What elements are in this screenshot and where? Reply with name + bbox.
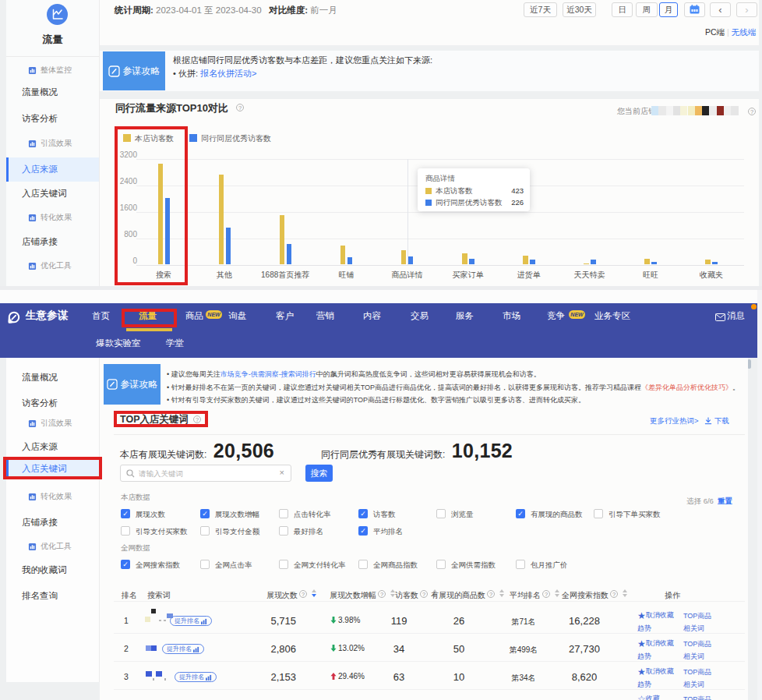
sidebar-item-入店关键词[interactable]: 入店关键词 (6, 183, 99, 203)
sidebar-item-引流效果[interactable]: 引流效果 (6, 133, 99, 154)
checkbox-label-引导支付金额[interactable]: 引导支付金额 (215, 527, 259, 537)
checkbox-label-全网商品指数[interactable]: 全网商品指数 (373, 560, 418, 571)
sidebar-item-入店来源[interactable]: 入店来源 (6, 157, 99, 182)
column-help-icon[interactable]: ? (378, 590, 386, 598)
sidebar-item-整体监控[interactable]: 整体监控 (6, 60, 99, 80)
sort-control[interactable] (555, 589, 560, 598)
column-header-访客数[interactable]: 访客数 (395, 590, 418, 601)
sidebar-item-我的收藏词[interactable]: 我的收藏词 (6, 560, 99, 580)
column-header-操作[interactable]: 操作 (665, 590, 680, 601)
checkbox-最好排名[interactable] (279, 526, 288, 536)
column-header-排名[interactable]: 排名 (122, 590, 137, 601)
bullet-link[interactable]: 市场竞争-供需洞察-搜索词排行 (220, 370, 316, 378)
column-help-icon[interactable]: ? (487, 590, 495, 598)
sidebar-item-访客分析[interactable]: 访客分析 (6, 393, 99, 413)
bar-同行同层优秀访客数-收藏夹[interactable] (712, 262, 718, 264)
checkbox-label-浏览量[interactable]: 浏览量 (451, 510, 474, 520)
column-help-icon[interactable]: ? (420, 590, 428, 598)
rank-boost-pill[interactable]: 提升排名 (175, 672, 217, 682)
checkbox-label-引导下单买家数[interactable]: 引导下单买家数 (609, 510, 661, 520)
checkbox-展现次数增幅[interactable]: ✓ (200, 509, 210, 518)
bar-本店访客数-商品详情[interactable] (401, 250, 407, 264)
nav-item-竞争[interactable]: 竞争 (547, 309, 565, 323)
legend-swatch[interactable] (189, 134, 197, 142)
bar-本店访客数-进货单[interactable] (523, 256, 528, 264)
bar-本店访客数-买家订单[interactable] (462, 253, 467, 264)
bar-同行同层优秀访客数-买家订单[interactable] (469, 259, 474, 264)
sidebar-item-排名查询[interactable]: 排名查询 (6, 585, 99, 606)
column-help-icon[interactable]: ? (299, 590, 307, 598)
sidebar-item-访客分析[interactable]: 访客分析 (6, 108, 99, 129)
prev-period-button[interactable]: ‹ (710, 2, 731, 17)
store-note-help-icon[interactable]: ? (748, 108, 756, 115)
sidebar-item-入店来源[interactable]: 入店来源 (6, 437, 99, 457)
checkbox-展现次数[interactable]: ✓ (121, 509, 130, 518)
checkbox-全网商品指数[interactable] (358, 560, 368, 569)
action-unfavorite[interactable]: ★取消收藏 (637, 638, 674, 649)
sidebar-item-转化效果[interactable]: 转化效果 (6, 486, 99, 507)
checkbox-平均排名[interactable]: ✓ (358, 526, 368, 536)
device-tab-wireless[interactable]: 无线端 (732, 27, 757, 37)
nav-item-爆款实验室[interactable]: 爆款实验室 (96, 336, 141, 350)
calendar-button[interactable] (684, 2, 705, 17)
next-period-button[interactable]: › (736, 2, 757, 17)
nav-item-业务专区[interactable]: 业务专区 (594, 309, 630, 323)
column-header-全网搜索指数[interactable]: 全网搜索指数 (562, 590, 609, 601)
nav-item-商品[interactable]: 商品 (185, 309, 203, 323)
device-tab-pc[interactable]: PC端 (705, 27, 725, 37)
checkbox-label-包月推广价[interactable]: 包月推广价 (531, 560, 568, 571)
bar-本店访客数-1688首页推荐[interactable] (280, 215, 285, 264)
checkbox-label-有展现的商品数[interactable]: 有展现的商品数 (531, 510, 583, 520)
nav-item-询盘[interactable]: 询盘 (228, 309, 246, 323)
action-top-products[interactable]: TOP商品 (683, 611, 711, 621)
bar-同行同层优秀访客数-进货单[interactable] (530, 260, 535, 264)
checkbox-label-展现次数增幅[interactable]: 展现次数增幅 (215, 510, 259, 520)
checkbox-全网供需指数[interactable] (436, 560, 446, 569)
sidebar-item-引流效果[interactable]: 引流效果 (6, 413, 99, 433)
checkbox-全网搜索指数[interactable]: ✓ (121, 560, 130, 569)
nav-item-营销[interactable]: 营销 (316, 309, 334, 323)
more-hot-words-link[interactable]: 更多行业热词> (650, 416, 699, 426)
checkbox-有展现的商品数[interactable]: ✓ (516, 509, 525, 518)
checkbox-点击转化率[interactable] (279, 509, 288, 518)
huopin-link[interactable]: 报名伙拼活动> (200, 69, 256, 78)
reset-link[interactable]: 重置 (718, 497, 732, 507)
column-header-展现次数增幅[interactable]: 展现次数增幅 (330, 590, 376, 601)
action-unfavorite[interactable]: ★取消收藏 (637, 666, 674, 677)
search-button[interactable]: 搜索 (305, 465, 333, 482)
checkbox-label-平均排名[interactable]: 平均排名 (373, 527, 403, 537)
checkbox-label-点击转化率[interactable]: 点击转化率 (294, 510, 331, 520)
column-header-有展现的商品数[interactable]: 有展现的商品数 (431, 590, 485, 601)
bar-本店访客数-天天特卖[interactable] (584, 263, 589, 264)
rank-boost-pill[interactable]: 提升排名 (170, 616, 212, 626)
bar-同行同层优秀访客数-商品详情[interactable] (408, 256, 414, 264)
messages-link[interactable]: 消息 (727, 310, 745, 322)
checkbox-label-全网支付转化率[interactable]: 全网支付转化率 (294, 560, 346, 571)
nav-item-市场[interactable]: 市场 (503, 309, 520, 323)
column-help-icon[interactable]: ? (610, 590, 618, 598)
checkbox-包月推广价[interactable] (516, 560, 525, 569)
bar-同行同层优秀访客数-1688首页推荐[interactable] (287, 244, 292, 264)
bar-同行同层优秀访客数-其他[interactable] (226, 228, 231, 264)
action-top-products[interactable]: TOP商品 (683, 639, 711, 649)
range-button-近7天[interactable]: 近7天 (524, 2, 557, 17)
checkbox-label-展现次数[interactable]: 展现次数 (136, 510, 165, 520)
sidebar-item-优化工具[interactable]: 优化工具 (6, 536, 99, 557)
action-top-products[interactable]: TOP商品 (683, 667, 711, 677)
sidebar-item-优化工具[interactable]: 优化工具 (6, 256, 99, 276)
checkbox-全网支付转化率[interactable] (279, 560, 288, 569)
checkbox-label-引导支付买家数[interactable]: 引导支付买家数 (136, 527, 188, 537)
checkbox-全网点击率[interactable] (200, 560, 210, 569)
scrollbar-track[interactable] (757, 290, 762, 700)
range-button-近30天[interactable]: 近30天 (563, 2, 596, 17)
clear-icon[interactable]: × (280, 468, 284, 477)
column-help-icon[interactable]: ? (542, 590, 550, 598)
bar-同行同层优秀访客数-天天特卖[interactable] (591, 260, 596, 264)
keyword-search-input[interactable]: 请输入关键词 × (120, 465, 291, 482)
checkbox-引导支付买家数[interactable] (121, 526, 130, 536)
bar-本店访客数-收藏夹[interactable] (705, 260, 711, 264)
checkbox-引导下单买家数[interactable] (594, 509, 603, 518)
checkbox-label-最好排名[interactable]: 最好排名 (294, 527, 323, 537)
bar-本店访客数-旺旺[interactable] (644, 259, 650, 264)
action-top-products-partial[interactable]: TOP商品 (683, 695, 711, 700)
